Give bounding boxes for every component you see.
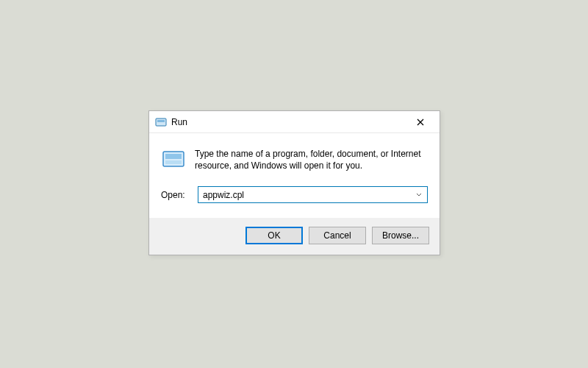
dialog-title: Run	[171, 117, 406, 127]
ok-button[interactable]: OK	[245, 227, 303, 244]
open-combobox[interactable]	[198, 186, 428, 203]
browse-button[interactable]: Browse...	[372, 227, 429, 244]
dialog-content: Type the name of a program, folder, docu…	[149, 133, 440, 218]
button-row: OK Cancel Browse...	[149, 218, 440, 255]
cancel-button[interactable]: Cancel	[309, 227, 366, 244]
run-dialog: Run Type the name of a program, folder, …	[148, 110, 440, 255]
open-input[interactable]	[203, 190, 414, 200]
open-label: Open:	[161, 190, 187, 200]
run-title-icon	[155, 116, 167, 128]
svg-rect-4	[165, 160, 182, 164]
run-large-icon	[161, 146, 186, 171]
close-button[interactable]	[406, 112, 435, 132]
chevron-down-icon[interactable]	[414, 193, 424, 197]
dialog-description: Type the name of a program, folder, docu…	[195, 146, 428, 171]
titlebar[interactable]: Run	[149, 111, 440, 133]
svg-rect-3	[165, 154, 182, 159]
svg-rect-1	[157, 120, 165, 122]
